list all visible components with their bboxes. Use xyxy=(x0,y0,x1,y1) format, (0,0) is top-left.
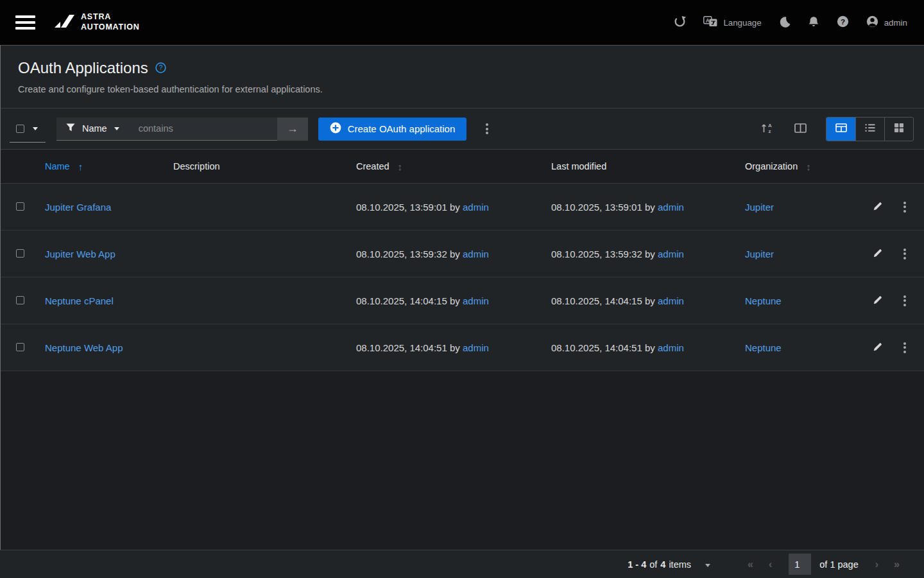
edit-button[interactable] xyxy=(873,248,883,260)
row-checkbox[interactable] xyxy=(16,343,24,351)
chevron-down-icon xyxy=(33,127,38,130)
modified-date: 08.10.2025, 13:59:32 xyxy=(551,249,642,259)
page-help-icon[interactable]: ? xyxy=(155,59,166,77)
row-kebab-menu[interactable] xyxy=(900,338,910,357)
pencil-icon xyxy=(873,250,883,260)
by-label: by xyxy=(645,249,655,259)
created-date: 08.10.2025, 13:59:01 xyxy=(356,202,447,213)
column-header-last-modified: Last modified xyxy=(551,161,745,171)
organization-link[interactable]: Neptune xyxy=(745,342,782,353)
manage-columns-button[interactable] xyxy=(791,119,810,139)
language-label: Language xyxy=(723,18,761,28)
filter-attribute-dropdown[interactable]: Name xyxy=(56,118,129,141)
created-by-link[interactable]: admin xyxy=(463,202,489,213)
brand-name: ASTRA AUTOMATION xyxy=(81,12,140,32)
last-page-button[interactable]: » xyxy=(886,556,907,573)
view-toggle-group xyxy=(826,117,914,141)
card-view-toggle[interactable] xyxy=(884,118,913,141)
next-page-button[interactable]: › xyxy=(868,556,886,573)
modified-by-link[interactable]: admin xyxy=(658,249,684,259)
items-per-page-dropdown[interactable] xyxy=(701,556,714,573)
column-header-name[interactable]: Name ↑ xyxy=(45,161,173,172)
list-view-icon xyxy=(864,123,876,134)
items-range: 1 - 4 xyxy=(628,559,646,570)
edit-button[interactable] xyxy=(873,201,883,213)
row-checkbox[interactable] xyxy=(16,202,24,211)
modified-date: 08.10.2025, 13:59:01 xyxy=(551,202,642,213)
column-header-organization[interactable]: Organization ↕ xyxy=(745,161,858,172)
by-label: by xyxy=(645,295,655,306)
by-label: by xyxy=(450,295,460,306)
created-date: 08.10.2025, 13:59:32 xyxy=(356,249,447,259)
edit-button[interactable] xyxy=(873,342,883,354)
bulk-select-toggle[interactable] xyxy=(10,116,46,143)
user-menu[interactable]: admin xyxy=(866,15,907,30)
bulk-select-checkbox[interactable] xyxy=(16,125,24,133)
modified-by-link[interactable]: admin xyxy=(658,342,684,353)
row-checkbox[interactable] xyxy=(16,249,24,258)
edit-button[interactable] xyxy=(873,295,883,307)
by-label: by xyxy=(645,342,655,353)
application-name-link[interactable]: Jupiter Grafana xyxy=(45,202,111,213)
table-header-row: Name ↑ Description Created ↕ Last modifi… xyxy=(1,150,924,184)
pagination-footer: 1 - 4 of 4 items « ‹ of 1 page › » xyxy=(0,550,924,578)
created-by-link[interactable]: admin xyxy=(463,295,489,306)
created-by-link[interactable]: admin xyxy=(463,342,489,353)
pencil-icon xyxy=(873,204,883,213)
column-header-description: Description xyxy=(173,161,356,171)
svg-text:A: A xyxy=(706,17,710,24)
by-label: by xyxy=(450,342,460,353)
sortable-icon: ↕ xyxy=(398,161,403,172)
row-kebab-menu[interactable] xyxy=(900,292,910,310)
organization-link[interactable]: Jupiter xyxy=(745,249,774,259)
svg-text:?: ? xyxy=(159,64,163,71)
create-oauth-application-button[interactable]: Create OAuth application xyxy=(318,118,467,141)
sort-icon: A z xyxy=(760,123,773,136)
page-title: OAuth Applications xyxy=(18,59,148,77)
brand-logo[interactable]: ASTRA AUTOMATION xyxy=(53,12,140,32)
created-date: 08.10.2025, 14:04:51 xyxy=(356,342,447,353)
modified-cell: 08.10.2025, 14:04:15 by admin xyxy=(551,295,745,306)
first-page-button[interactable]: « xyxy=(740,556,761,573)
applications-table: Name ↑ Description Created ↕ Last modifi… xyxy=(1,150,924,550)
application-name-link[interactable]: Jupiter Web App xyxy=(45,249,116,259)
column-header-created[interactable]: Created ↕ xyxy=(356,161,551,172)
modified-by-link[interactable]: admin xyxy=(658,295,684,306)
filter-group: Name → xyxy=(56,118,308,141)
previous-page-button[interactable]: ‹ xyxy=(761,556,780,573)
chevron-down-icon xyxy=(114,127,119,130)
organization-link[interactable]: Neptune xyxy=(745,295,782,306)
language-icon: A xyxy=(703,16,717,29)
row-kebab-menu[interactable] xyxy=(900,198,910,216)
table-row: Neptune Web App 08.10.2025, 14:04:51 by … xyxy=(1,324,924,371)
notifications-button[interactable] xyxy=(808,16,819,30)
table-view-toggle[interactable] xyxy=(826,118,855,141)
filter-text-input[interactable] xyxy=(129,118,277,141)
table-row: Jupiter Grafana 08.10.2025, 13:59:01 by … xyxy=(1,184,924,231)
help-button[interactable]: ? xyxy=(837,15,849,30)
user-label: admin xyxy=(884,18,907,28)
by-label: by xyxy=(450,202,460,213)
language-selector[interactable]: A Language xyxy=(703,16,761,29)
row-checkbox[interactable] xyxy=(16,296,24,304)
refresh-button[interactable] xyxy=(674,15,686,30)
organization-link[interactable]: Jupiter xyxy=(745,202,774,213)
list-view-toggle[interactable] xyxy=(855,118,884,141)
modified-by-link[interactable]: admin xyxy=(658,202,684,213)
chevron-down-icon xyxy=(705,564,710,567)
table-row: Jupiter Web App 08.10.2025, 13:59:32 by … xyxy=(1,231,924,277)
filter-submit-button[interactable]: → xyxy=(277,118,308,141)
by-label: by xyxy=(450,249,460,259)
toolbar-kebab-menu[interactable] xyxy=(482,119,492,138)
theme-toggle-button[interactable] xyxy=(779,16,791,30)
row-kebab-menu[interactable] xyxy=(900,245,910,263)
sort-ascending-icon: ↑ xyxy=(78,161,83,172)
application-name-link[interactable]: Neptune cPanel xyxy=(45,295,114,306)
current-page-input[interactable] xyxy=(789,554,811,575)
hamburger-menu-icon[interactable] xyxy=(13,13,38,32)
created-by-link[interactable]: admin xyxy=(463,249,489,259)
created-cell: 08.10.2025, 13:59:32 by admin xyxy=(356,249,551,259)
sort-options-button[interactable]: A z xyxy=(757,119,776,139)
application-name-link[interactable]: Neptune Web App xyxy=(45,342,123,353)
created-cell: 08.10.2025, 14:04:51 by admin xyxy=(356,342,551,353)
